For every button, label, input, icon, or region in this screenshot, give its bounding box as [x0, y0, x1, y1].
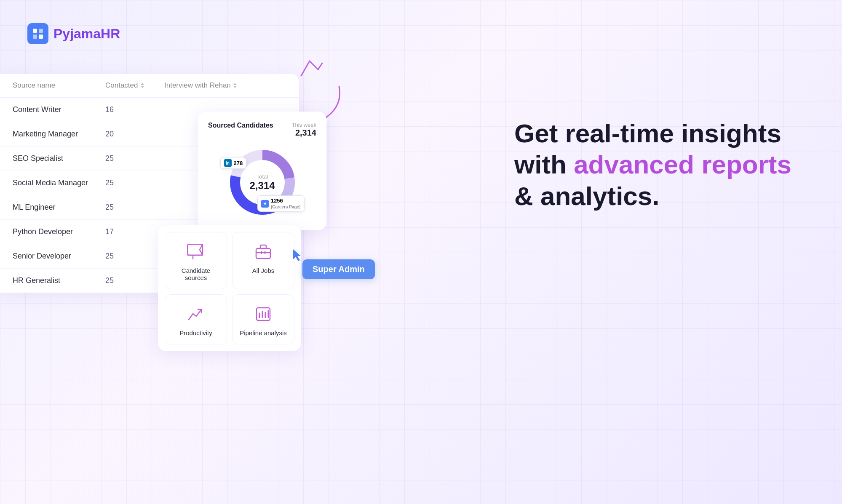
linkedin-badge: in 278	[220, 157, 247, 169]
hero-line2: with advanced reports	[514, 150, 791, 179]
logo-text: PyjamaHR	[53, 26, 120, 42]
menu-item-candidate-sources[interactable]: Candidate sources	[165, 232, 227, 289]
candidate-sources-label: Candidate sources	[172, 267, 220, 281]
linkedin-icon: in	[224, 159, 232, 167]
svg-line-4	[301, 61, 310, 76]
chart-up-icon	[187, 305, 205, 323]
productivity-label: Productivity	[179, 329, 212, 336]
svg-rect-0	[33, 29, 37, 33]
svg-rect-1	[39, 29, 43, 33]
cursor-arrow	[291, 248, 303, 265]
donut-week-value: 2,314	[291, 128, 316, 138]
careers-icon: H	[261, 200, 269, 208]
col-source-name: Source name	[13, 81, 105, 90]
all-jobs-label: All Jobs	[252, 267, 275, 274]
sort-interview-icon	[233, 83, 237, 88]
table-header: Source name Contacted Interview with Reh…	[0, 74, 299, 98]
svg-rect-12	[187, 244, 203, 255]
col-contacted[interactable]: Contacted	[105, 81, 164, 90]
svg-line-6	[318, 63, 322, 69]
flag-icon	[187, 243, 205, 261]
svg-rect-3	[39, 35, 43, 39]
donut-card-title: Sourced Candidates	[208, 122, 273, 129]
logo-icon	[27, 23, 48, 44]
hero-line1: Get real-time insights	[514, 119, 781, 148]
super-admin-badge: Super Admin	[302, 259, 375, 279]
svg-rect-2	[33, 35, 37, 39]
logo-area: PyjamaHR	[27, 23, 120, 44]
col-interview[interactable]: Interview with Rehan	[164, 81, 286, 90]
squiggle-decoration	[295, 57, 329, 82]
svg-rect-13	[256, 248, 270, 259]
menu-grid-card: Candidate sources All Jobs Productivity	[158, 225, 301, 351]
careers-badge: H 1256 (Careers Page)	[257, 195, 305, 212]
bar-chart-icon	[254, 305, 273, 323]
menu-item-productivity[interactable]: Productivity	[165, 294, 227, 344]
hero-line3: & analytics.	[514, 181, 660, 211]
menu-item-pipeline-analysis[interactable]: Pipeline analysis	[232, 294, 294, 344]
sort-contacted-icon	[141, 83, 144, 88]
donut-card-header: Sourced Candidates This week 2,314	[208, 122, 316, 138]
pipeline-analysis-label: Pipeline analysis	[240, 329, 287, 336]
donut-center: Total 2,314	[249, 173, 275, 192]
donut-chart: in 278 Total 2,314 H 1256 (Careers Page)	[225, 144, 300, 220]
menu-item-all-jobs[interactable]: All Jobs	[232, 232, 294, 289]
svg-line-5	[310, 61, 318, 69]
donut-period: This week 2,314	[291, 122, 316, 138]
donut-card: Sourced Candidates This week 2,314 in 27…	[198, 112, 326, 230]
briefcase-icon	[254, 243, 273, 261]
hero-text: Get real-time insights with advanced rep…	[514, 118, 791, 212]
hero-accent: advanced reports	[574, 150, 791, 179]
